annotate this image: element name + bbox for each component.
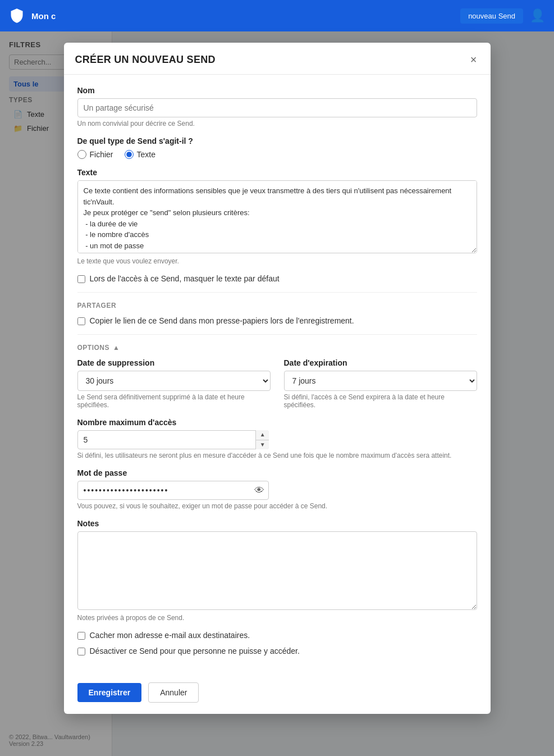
- nb-acces-label: Nombre maximum d'accès: [77, 418, 477, 427]
- options-chevron-icon[interactable]: ▲: [113, 344, 120, 352]
- nom-input[interactable]: [77, 98, 477, 117]
- type-group: De quel type de Send s'agit-il ? Fichier…: [77, 136, 477, 159]
- partager-section: PARTAGER Copier le lien de ce Send dans …: [77, 302, 477, 325]
- nb-acces-input[interactable]: [77, 430, 269, 449]
- type-fichier-label: Fichier: [90, 150, 113, 159]
- app-title: Mon c: [31, 11, 56, 21]
- header-right: nouveau Send 👤: [460, 8, 545, 24]
- app-logo: [9, 8, 25, 24]
- cacher-email-group: Cacher mon adresse e-mail aux destinatai…: [77, 631, 477, 640]
- desactiver-group: Désactiver ce Send pour que personne ne …: [77, 646, 477, 655]
- password-toggle-button[interactable]: 👁: [254, 485, 264, 497]
- modal-overlay: CRÉER UN NOUVEAU SEND × Nom Un nom convi…: [0, 31, 554, 756]
- mot-de-passe-label: Mot de passe: [77, 468, 477, 477]
- nb-acces-spinners: ▲ ▼: [255, 430, 269, 449]
- modal-header: CRÉER UN NOUVEAU SEND ×: [64, 43, 491, 75]
- type-texte-radio[interactable]: [125, 150, 134, 159]
- new-send-button[interactable]: nouveau Send: [460, 8, 523, 24]
- desactiver-checkbox[interactable]: [77, 648, 85, 655]
- mot-de-passe-hint: Vous pouvez, si vous le souhaitez, exige…: [77, 502, 477, 510]
- date-suppression-select[interactable]: 30 jours 7 jours 1 jour Personnalisé: [77, 371, 271, 391]
- nom-label: Nom: [77, 86, 477, 95]
- desactiver-label[interactable]: Désactiver ce Send pour que personne ne …: [90, 646, 300, 655]
- user-icon[interactable]: 👤: [530, 8, 545, 23]
- date-expiration-label: Date d'expiration: [284, 358, 477, 367]
- type-fichier-radio[interactable]: [77, 150, 86, 159]
- type-texte-option[interactable]: Texte: [125, 150, 155, 159]
- type-texte-label: Texte: [137, 150, 155, 159]
- mot-de-passe-group: Mot de passe 👁 Vous pouvez, si vous le s…: [77, 468, 477, 510]
- type-fichier-option[interactable]: Fichier: [77, 150, 113, 159]
- texte-group: Texte Ce texte contient des informations…: [77, 168, 477, 265]
- cacher-email-checkbox[interactable]: [77, 632, 85, 640]
- type-label: De quel type de Send s'agit-il ?: [77, 136, 477, 145]
- eye-icon: 👁: [254, 485, 264, 497]
- notes-label: Notes: [77, 519, 477, 528]
- nb-acces-hint: Si défini, les utilisateurs ne seront pl…: [77, 452, 477, 459]
- options-grid: Date de suppression 30 jours 7 jours 1 j…: [77, 358, 477, 459]
- nb-acces-wrap: ▲ ▼: [77, 430, 269, 449]
- nom-group: Nom Un nom convivial pour décrire ce Sen…: [77, 86, 477, 127]
- create-send-modal: CRÉER UN NOUVEAU SEND × Nom Un nom convi…: [64, 43, 491, 714]
- modal-title: CRÉER UN NOUVEAU SEND: [75, 54, 216, 66]
- date-expiration-hint: Si défini, l'accès à ce Send expirera à …: [284, 393, 477, 409]
- notes-textarea[interactable]: [77, 531, 477, 610]
- copier-checkbox[interactable]: [77, 317, 85, 325]
- password-wrap: 👁: [77, 481, 269, 500]
- texte-label: Texte: [77, 168, 477, 177]
- masquer-label[interactable]: Lors de l'accès à ce Send, masquer le te…: [90, 274, 280, 283]
- save-button[interactable]: Enregistrer: [77, 683, 142, 702]
- cacher-email-label[interactable]: Cacher mon adresse e-mail aux destinatai…: [90, 631, 250, 640]
- options-section: OPTIONS ▲ Date de suppression 30 jours 7…: [77, 344, 477, 655]
- cancel-button[interactable]: Annuler: [148, 682, 199, 703]
- texte-hint: Le texte que vous voulez envoyer.: [77, 257, 477, 265]
- date-suppression-hint: Le Send sera définitivement supprimé à l…: [77, 393, 271, 409]
- copier-label[interactable]: Copier le lien de ce Send dans mon press…: [90, 316, 354, 325]
- masquer-checkbox[interactable]: [77, 275, 85, 283]
- app-header: Mon c nouveau Send 👤: [0, 0, 554, 31]
- modal-close-button[interactable]: ×: [468, 52, 479, 67]
- options-label: OPTIONS ▲: [77, 344, 477, 352]
- date-suppression-label: Date de suppression: [77, 358, 271, 367]
- texte-textarea[interactable]: Ce texte contient des informations sensi…: [77, 180, 477, 253]
- date-expiration-select[interactable]: 7 jours 1 jour 30 jours Personnalisé: [284, 371, 477, 391]
- partager-label: PARTAGER: [77, 302, 477, 309]
- nb-acces-item: Nombre maximum d'accès ▲ ▼ Si défini, le…: [77, 418, 477, 459]
- date-expiration-item: Date d'expiration 7 jours 1 jour 30 jour…: [284, 358, 477, 409]
- notes-hint: Notes privées à propos de ce Send.: [77, 614, 477, 622]
- masquer-group: Lors de l'accès à ce Send, masquer le te…: [77, 274, 477, 283]
- mot-de-passe-input[interactable]: [77, 481, 269, 500]
- nom-hint: Un nom convivial pour décrire ce Send.: [77, 120, 477, 127]
- type-radio-group: Fichier Texte: [77, 150, 477, 159]
- nb-acces-increment[interactable]: ▲: [256, 430, 269, 440]
- notes-group: Notes Notes privées à propos de ce Send.: [77, 519, 477, 622]
- modal-body: Nom Un nom convivial pour décrire ce Sen…: [64, 75, 491, 673]
- nb-acces-decrement[interactable]: ▼: [256, 440, 269, 450]
- divider-2: [77, 334, 477, 335]
- divider-1: [77, 292, 477, 293]
- date-suppression-item: Date de suppression 30 jours 7 jours 1 j…: [77, 358, 271, 409]
- copier-group: Copier le lien de ce Send dans mon press…: [77, 316, 477, 325]
- modal-footer: Enregistrer Annuler: [64, 673, 491, 714]
